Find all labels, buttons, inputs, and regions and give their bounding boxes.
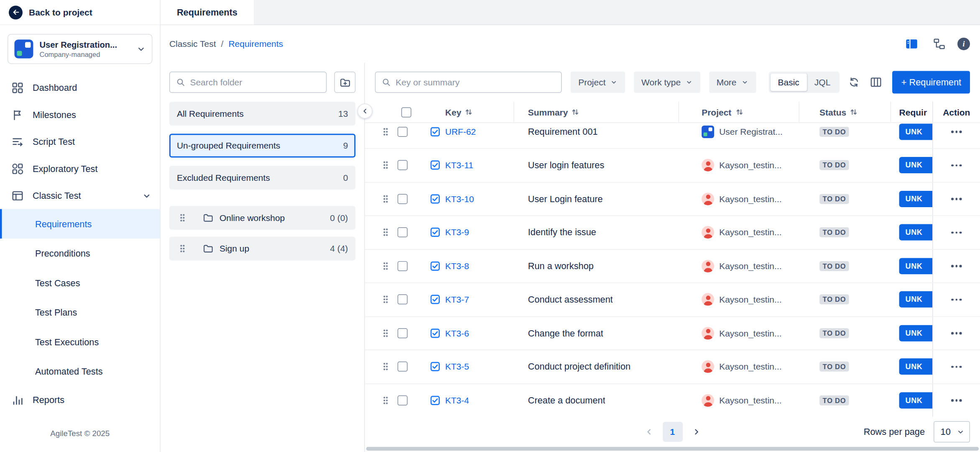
sidebar-subitem[interactable]: Test Plans (0, 298, 160, 327)
drag-handle-icon[interactable] (383, 261, 393, 271)
row-more-button[interactable] (947, 328, 965, 338)
pagination-prev-button[interactable] (638, 422, 658, 442)
mode-option[interactable]: JQL (807, 73, 838, 91)
header-summary[interactable]: Summary (514, 102, 679, 122)
sidebar-item-script-test[interactable]: Script Test (0, 128, 160, 155)
status-badge[interactable]: TO DO (819, 227, 849, 237)
row-more-button[interactable] (947, 228, 965, 237)
row-checkbox[interactable] (398, 127, 408, 137)
back-to-project-button[interactable]: Back to project (0, 0, 160, 25)
sidebar-item-reports[interactable]: Reports (0, 386, 160, 413)
new-folder-button[interactable] (334, 72, 355, 93)
horizontal-scrollbar-thumb[interactable] (366, 447, 979, 451)
folder-group-item[interactable]: Un-grouped Requirements 9 (169, 134, 355, 157)
row-key-link[interactable]: KT3-6 (445, 328, 469, 338)
columns-button[interactable] (870, 76, 883, 88)
requirement-status-button[interactable]: UNK (899, 392, 932, 408)
status-badge[interactable]: TO DO (819, 328, 849, 338)
status-badge[interactable]: TO DO (819, 160, 849, 170)
row-checkbox[interactable] (398, 194, 408, 204)
requirement-status-button[interactable]: UNK (899, 123, 932, 140)
row-more-button[interactable] (947, 194, 965, 203)
filter-button[interactable]: Work type (634, 72, 700, 93)
sidebar-item-milestones[interactable]: Milestones (0, 101, 160, 128)
tab-requirements[interactable]: Requirements (161, 0, 255, 24)
mode-option[interactable]: Basic (770, 73, 806, 91)
status-badge[interactable]: TO DO (819, 295, 849, 305)
add-requirement-button[interactable]: + Requirement (893, 71, 970, 93)
row-checkbox[interactable] (398, 261, 408, 271)
row-more-button[interactable] (947, 362, 965, 372)
drag-handle-icon[interactable] (179, 213, 186, 223)
status-badge[interactable]: TO DO (819, 395, 849, 405)
row-more-button[interactable] (947, 160, 965, 170)
project-selector[interactable]: User Registration... Company-managed (8, 34, 152, 64)
breadcrumb-parent[interactable]: Classic Test (169, 39, 216, 49)
table-search-input[interactable] (396, 77, 555, 87)
filter-button[interactable]: Project (571, 72, 625, 93)
row-key-link[interactable]: KT3-8 (445, 261, 469, 271)
row-more-button[interactable] (947, 261, 965, 271)
sidebar-subitem[interactable]: Requirements (0, 209, 160, 238)
requirement-status-button[interactable]: UNK (899, 359, 932, 375)
tree-view-toggle[interactable] (930, 36, 949, 52)
row-checkbox[interactable] (398, 395, 408, 405)
row-key-link[interactable]: URF-62 (445, 127, 476, 137)
status-badge[interactable]: TO DO (819, 127, 849, 137)
sidebar-item-classic-test[interactable]: Classic Test (0, 182, 160, 209)
row-key-link[interactable]: KT3-4 (445, 395, 469, 405)
status-badge[interactable]: TO DO (819, 362, 849, 372)
drag-handle-icon[interactable] (383, 395, 393, 405)
row-checkbox[interactable] (398, 160, 408, 170)
header-key[interactable]: Key (365, 102, 514, 122)
row-key-link[interactable]: KT3-5 (445, 362, 469, 372)
drag-handle-icon[interactable] (179, 244, 186, 254)
breadcrumb-current[interactable]: Requirements (228, 39, 283, 49)
drag-handle-icon[interactable] (383, 160, 393, 170)
refresh-button[interactable] (849, 77, 860, 88)
row-checkbox[interactable] (398, 295, 408, 305)
requirement-status-button[interactable]: UNK (899, 157, 932, 173)
info-icon[interactable]: i (957, 38, 970, 50)
sidebar-item-dashboard[interactable]: Dashboard (0, 74, 160, 101)
header-requirement[interactable]: Requir (891, 102, 932, 122)
requirement-status-button[interactable]: UNK (899, 258, 932, 274)
pagination-page-1[interactable]: 1 (662, 422, 682, 442)
row-more-button[interactable] (947, 127, 965, 136)
filter-button[interactable]: More (709, 72, 756, 93)
row-checkbox[interactable] (398, 328, 408, 338)
sidebar-subitem[interactable]: Test Cases (0, 268, 160, 297)
folder-search-input[interactable] (190, 77, 319, 87)
row-checkbox[interactable] (398, 227, 408, 237)
sidebar-item-exploratory-test[interactable]: Exploratory Test (0, 155, 160, 182)
drag-handle-icon[interactable] (383, 295, 393, 305)
select-all-checkbox[interactable] (401, 107, 411, 117)
folder-item[interactable]: Sign up 4 (4) (169, 236, 355, 260)
folder-item[interactable]: Online workshop 0 (0) (169, 206, 355, 230)
row-key-link[interactable]: KT3-11 (445, 160, 473, 170)
drag-handle-icon[interactable] (383, 328, 393, 338)
row-key-link[interactable]: KT3-10 (445, 194, 474, 204)
header-project[interactable]: Project (679, 102, 799, 122)
folder-group-item[interactable]: All Requirements 13 (169, 102, 355, 126)
drag-handle-icon[interactable] (383, 362, 393, 372)
pagination-next-button[interactable] (686, 422, 706, 442)
requirement-status-button[interactable]: UNK (899, 224, 932, 241)
drag-handle-icon[interactable] (383, 194, 393, 204)
requirement-status-button[interactable]: UNK (899, 191, 932, 207)
collapse-panel-button[interactable] (357, 103, 373, 118)
sidebar-subitem[interactable]: Test Executions (0, 327, 160, 356)
row-checkbox[interactable] (398, 362, 408, 372)
status-badge[interactable]: TO DO (819, 194, 849, 204)
status-badge[interactable]: TO DO (819, 261, 849, 271)
row-key-link[interactable]: KT3-7 (445, 295, 469, 305)
panel-view-toggle[interactable] (902, 36, 921, 52)
drag-handle-icon[interactable] (383, 227, 393, 237)
sidebar-subitem[interactable]: Automated Tests (0, 357, 160, 386)
row-key-link[interactable]: KT3-9 (445, 227, 469, 237)
drag-handle-icon[interactable] (383, 127, 393, 137)
folder-group-item[interactable]: Excluded Requirements 0 (169, 166, 355, 190)
header-status[interactable]: Status (799, 102, 891, 122)
row-more-button[interactable] (947, 396, 965, 405)
requirement-status-button[interactable]: UNK (899, 325, 932, 341)
